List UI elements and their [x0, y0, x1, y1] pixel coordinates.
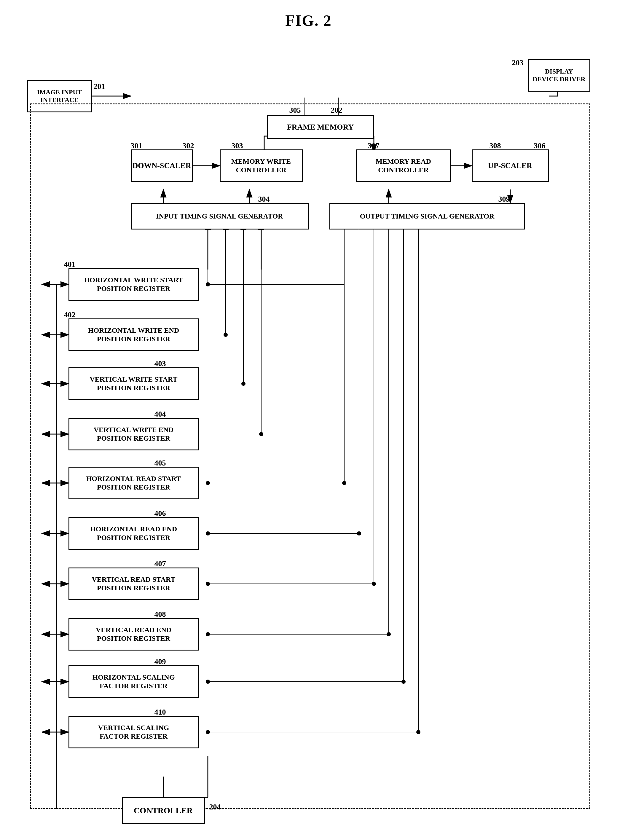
down-scaler-label: DOWN-SCALER [133, 161, 191, 170]
hr-start-label: HORIZONTAL READ START POSITION REGISTER [86, 474, 181, 492]
h-scale-block: HORIZONTAL SCALING FACTOR REGISTER [68, 665, 199, 698]
input-timing-block: INPUT TIMING SIGNAL GENERATOR [131, 203, 308, 229]
ref-202: 202 [331, 106, 342, 115]
vw-start-label: VERTICAL WRITE START POSITION REGISTER [90, 375, 177, 392]
vr-start-block: VERTICAL READ START POSITION REGISTER [68, 567, 199, 600]
ref-309: 309 [498, 195, 510, 204]
hr-end-block: HORIZONTAL READ END POSITION REGISTER [68, 517, 199, 550]
ref-402: 402 [64, 310, 75, 319]
h-scale-label: HORIZONTAL SCALING FACTOR REGISTER [93, 673, 175, 690]
ref-303: 303 [232, 142, 243, 150]
ref-406: 406 [155, 509, 166, 518]
hw-end-block: HORIZONTAL WRITE END POSITION REGISTER [68, 319, 199, 351]
v-scale-block: VERTICAL SCALING FACTOR REGISTER [68, 716, 199, 748]
controller-label: CONTROLLER [134, 806, 193, 816]
vr-end-block: VERTICAL READ END POSITION REGISTER [68, 618, 199, 651]
figure-title: FIG. 2 [0, 12, 617, 30]
ref-408: 408 [155, 610, 166, 619]
memory-write-label: MEMORY WRITE CONTROLLER [231, 157, 291, 174]
memory-read-block: MEMORY READ CONTROLLER [356, 149, 451, 182]
output-timing-label: OUTPUT TIMING SIGNAL GENERATOR [360, 212, 494, 221]
display-driver-block: DISPLAY DEVICE DRIVER [528, 59, 590, 92]
controller-block: CONTROLLER [122, 797, 205, 824]
hr-end-label: HORIZONTAL READ END POSITION REGISTER [90, 525, 177, 542]
ref-401: 401 [64, 260, 75, 269]
ref-305: 305 [289, 106, 301, 115]
output-timing-block: OUTPUT TIMING SIGNAL GENERATOR [329, 203, 525, 229]
ref-403: 403 [155, 359, 166, 368]
ref-307: 307 [368, 142, 379, 150]
ref-201: 201 [94, 82, 105, 91]
ref-302: 302 [183, 142, 194, 150]
v-scale-label: VERTICAL SCALING FACTOR REGISTER [98, 723, 169, 741]
frame-memory-label: FRAME MEMORY [287, 123, 354, 131]
up-scaler-label: UP-SCALER [488, 161, 532, 170]
memory-read-label: MEMORY READ CONTROLLER [376, 157, 431, 174]
hr-start-block: HORIZONTAL READ START POSITION REGISTER [68, 467, 199, 499]
ref-308: 308 [490, 142, 501, 150]
hw-start-block: HORIZONTAL WRITE START POSITION REGISTER [68, 268, 199, 301]
display-driver-label: DISPLAY DEVICE DRIVER [533, 68, 586, 83]
down-scaler-block: DOWN-SCALER [131, 149, 193, 182]
vw-end-label: VERTICAL WRITE END POSITION REGISTER [94, 425, 173, 443]
ref-409: 409 [155, 657, 166, 666]
memory-write-block: MEMORY WRITE CONTROLLER [220, 149, 303, 182]
vr-start-label: VERTICAL READ START POSITION REGISTER [92, 575, 176, 592]
diagram: IMAGE INPUT INTERFACE 201 DISPLAY DEVICE… [18, 38, 599, 839]
ref-204: 204 [209, 803, 221, 812]
ref-203: 203 [512, 58, 524, 67]
vw-end-block: VERTICAL WRITE END POSITION REGISTER [68, 418, 199, 450]
hw-end-label: HORIZONTAL WRITE END POSITION REGISTER [88, 326, 179, 343]
ref-410: 410 [155, 708, 166, 717]
ref-301: 301 [131, 142, 142, 150]
vw-start-block: VERTICAL WRITE START POSITION REGISTER [68, 368, 199, 400]
vr-end-label: VERTICAL READ END POSITION REGISTER [96, 626, 171, 643]
hw-start-label: HORIZONTAL WRITE START POSITION REGISTER [84, 276, 183, 293]
ref-304: 304 [258, 195, 270, 204]
frame-memory-block: FRAME MEMORY [267, 115, 374, 139]
image-input-label: IMAGE INPUT INTERFACE [37, 89, 82, 104]
ref-404: 404 [155, 410, 166, 419]
ref-306: 306 [534, 142, 546, 150]
ref-407: 407 [155, 560, 166, 568]
ref-405: 405 [155, 459, 166, 468]
up-scaler-block: UP-SCALER [472, 149, 549, 182]
input-timing-label: INPUT TIMING SIGNAL GENERATOR [156, 212, 283, 221]
